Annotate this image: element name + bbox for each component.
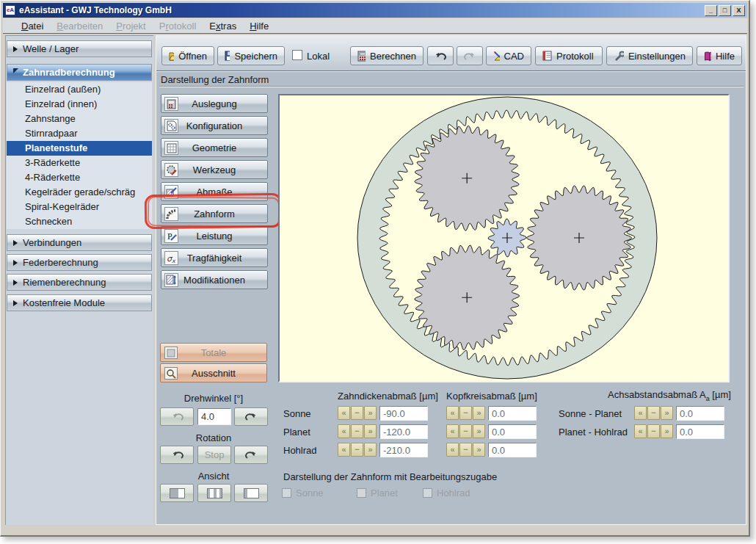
sidebar-group-zahnradberechnung[interactable]: Zahnradberechnung (7, 64, 152, 81)
increment-fast-button[interactable]: » (364, 406, 377, 420)
menu-datei[interactable]: Datei (15, 19, 50, 33)
nav-leistung-button[interactable]: P Leistung (161, 226, 268, 245)
chevron-right-icon (13, 280, 18, 286)
save-button[interactable]: Speichern (217, 46, 285, 65)
decrement-fast-button[interactable]: « (338, 406, 350, 420)
rotate-step-cw-button[interactable] (234, 407, 268, 426)
sidebar-item-einzelrad-aussen[interactable]: Einzelrad (außen) (7, 82, 152, 97)
menu-bearbeiten: Bearbeiten (50, 19, 109, 33)
zahndicken-planet-input[interactable] (379, 424, 428, 439)
decrement-fast-button[interactable]: « (446, 443, 459, 457)
maximize-button[interactable]: □ (719, 5, 731, 16)
settings-button[interactable]: Einstellungen (606, 46, 693, 65)
reset-button[interactable]: − (351, 406, 363, 420)
increment-fast-button[interactable]: » (364, 443, 377, 457)
achs-sonne-planet-input[interactable] (676, 406, 724, 421)
nav-zahnform-button[interactable]: Zahnform (161, 204, 268, 223)
chevron-right-icon (13, 46, 18, 52)
increment-fast-button[interactable]: » (473, 406, 485, 420)
sidebar-group-verbindungen[interactable]: Verbindungen (7, 234, 152, 251)
minimize-button[interactable]: _ (705, 5, 717, 16)
chevron-right-icon (13, 260, 18, 266)
sidebar-group-kostenfreie-module[interactable]: Kostenfreie Module (7, 294, 152, 311)
kopfkreis-planet-input[interactable] (488, 424, 537, 439)
reset-button[interactable]: − (459, 424, 472, 438)
undo-button[interactable] (427, 46, 454, 65)
protocol-button[interactable]: Protokoll (535, 46, 603, 65)
view-split-pane-icon (207, 488, 222, 498)
rotate-ccw-button[interactable] (160, 446, 194, 464)
reset-button[interactable]: − (647, 406, 660, 420)
nav-konfiguration-button[interactable]: Konfiguration (161, 116, 268, 135)
cad-button[interactable]: CAD (486, 46, 531, 65)
local-checkbox-label: Lokal (307, 51, 330, 62)
view-split-button[interactable] (197, 484, 231, 502)
zahndicken-planet-spinner: «−» (338, 424, 377, 438)
nav-geometrie-button[interactable]: Geometrie (161, 138, 268, 157)
increment-fast-button[interactable]: » (364, 424, 377, 438)
kopfkreis-sonne-input[interactable] (488, 406, 537, 421)
gear-canvas[interactable] (278, 94, 730, 382)
ansicht-label: Ansicht (160, 471, 267, 482)
kopfkreis-planet-spinner: «−» (446, 424, 485, 438)
reset-button[interactable]: − (351, 443, 363, 457)
notepad-icon (542, 51, 552, 61)
chevron-right-icon (13, 300, 18, 306)
nav-werkzeug-button[interactable]: Werkzeug (161, 160, 268, 179)
close-button[interactable]: X (733, 5, 745, 16)
sidebar-group-welle-lager[interactable]: Welle / Lager (7, 40, 152, 57)
help-button[interactable]: Hilfe (697, 46, 742, 65)
sidebar-item-planetenstufe[interactable]: Planetenstufe (7, 141, 152, 156)
rotation-label: Rotation (160, 432, 267, 443)
local-checkbox[interactable] (292, 50, 302, 60)
ausschnitt-button[interactable]: Ausschnitt (160, 363, 267, 382)
sidebar-item-schnecken[interactable]: Schnecken (7, 214, 152, 229)
calculate-button[interactable]: Berechnen (350, 46, 424, 65)
sidebar-group-federberechnung[interactable]: Federberechnung (7, 254, 152, 271)
zahndicken-hohlrad-input[interactable] (379, 443, 428, 457)
increment-fast-button[interactable]: » (473, 443, 485, 457)
sidebar-item-kegelraeder[interactable]: Kegelräder gerade/schräg (7, 185, 152, 200)
redo-button (457, 46, 483, 65)
achs-planet-hohlrad-input[interactable] (676, 424, 724, 439)
achs-sonne-planet-spinner: «−» (634, 406, 673, 420)
zahndicken-sonne-input[interactable] (379, 406, 428, 421)
nav-abmasse-button[interactable]: Abmaße (161, 182, 268, 201)
menu-extras[interactable]: Extras (203, 19, 243, 33)
increment-fast-button[interactable]: » (473, 424, 485, 438)
sidebar-item-4-raederkette[interactable]: 4-Räderkette (7, 170, 152, 185)
view-left-button[interactable] (160, 484, 194, 502)
decrement-fast-button[interactable]: « (446, 424, 459, 438)
sidebar-item-einzelrad-innen[interactable]: Einzelrad (innen) (7, 97, 152, 112)
drehwinkel-input[interactable] (197, 408, 231, 425)
open-button[interactable]: Öffnen (161, 46, 214, 65)
nav-auslegung-button[interactable]: Auslegung (161, 94, 268, 113)
view-full-button[interactable] (234, 484, 268, 502)
reset-button[interactable]: − (351, 424, 363, 438)
sidebar-item-3-raederkette[interactable]: 3-Räderkette (7, 156, 152, 170)
calculator-icon (357, 51, 366, 62)
reset-button[interactable]: − (647, 424, 660, 438)
sidebar-group-label: Verbindungen (23, 237, 81, 248)
reset-button[interactable]: − (459, 406, 472, 420)
kopfkreis-hohlrad-input[interactable] (488, 443, 537, 457)
sidebar-item-stirnradpaar[interactable]: Stirnradpaar (7, 126, 152, 141)
menu-hilfe[interactable]: Hilfe (243, 19, 275, 33)
increment-fast-button[interactable]: » (661, 424, 673, 438)
decrement-fast-button[interactable]: « (446, 406, 459, 420)
increment-fast-button[interactable]: » (661, 406, 673, 420)
sidebar-group-riemenberechnung[interactable]: Riemenberechnung (7, 274, 152, 291)
rotate-cw-icon (245, 412, 258, 421)
nav-modifikationen-button[interactable]: Modifikationen (161, 270, 268, 289)
decrement-fast-button[interactable]: « (634, 424, 647, 438)
sidebar-item-spiral-kegelraeder[interactable]: Spiral-Kegelräder (7, 200, 152, 214)
bearbeitung-hohlrad-checkbox (423, 488, 432, 498)
nav-tragfaehigkeit-button[interactable]: σx Tragfähigkeit (161, 248, 268, 267)
rotate-step-ccw-button[interactable] (160, 407, 194, 426)
reset-button[interactable]: − (459, 443, 472, 457)
sidebar-item-zahnstange[interactable]: Zahnstange (7, 112, 152, 126)
rotate-cw-button[interactable] (234, 446, 268, 464)
decrement-fast-button[interactable]: « (634, 406, 647, 420)
decrement-fast-button[interactable]: « (338, 424, 350, 438)
decrement-fast-button[interactable]: « (338, 443, 350, 457)
